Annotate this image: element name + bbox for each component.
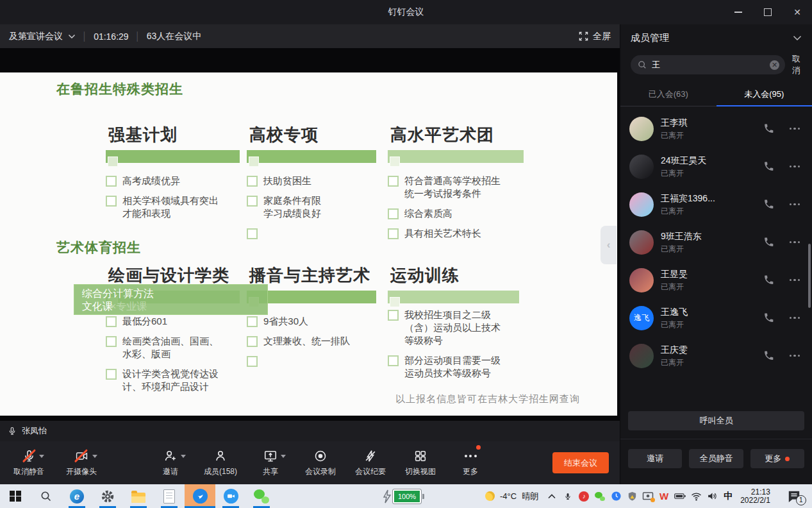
member-row[interactable]: 24班王昊天已离开 xyxy=(620,148,812,185)
taskbar-settings-icon[interactable] xyxy=(92,484,123,508)
slide-column: 高水平艺术团 符合普通高等学校招生 统一考试报考条件 综合素质高 具有相关艺术特… xyxy=(388,124,524,247)
invite-panel-button[interactable]: 邀请 xyxy=(628,449,682,468)
start-button[interactable] xyxy=(0,484,31,508)
taskbar-edge-icon[interactable]: e xyxy=(62,484,92,508)
battery-indicator[interactable]: 100% xyxy=(383,489,424,504)
tray-battery-icon[interactable] xyxy=(674,490,686,503)
phone-call-icon[interactable] xyxy=(763,199,774,210)
member-row[interactable]: 王庆雯已离开 xyxy=(620,337,812,375)
phone-call-icon[interactable] xyxy=(763,275,774,285)
battery-tip xyxy=(422,494,424,499)
member-row[interactable]: 9班王浩东已离开 xyxy=(620,223,812,261)
microphone-icon xyxy=(8,426,17,436)
member-more-icon[interactable] xyxy=(790,279,800,282)
member-row[interactable]: 王福宾1396...已离开 xyxy=(620,185,812,223)
dingtalk-icon xyxy=(193,489,208,504)
chevron-down-icon[interactable] xyxy=(68,34,76,39)
tray-clock-app-icon[interactable] xyxy=(610,490,622,503)
close-button[interactable]: ✕ xyxy=(783,0,812,24)
tray-wechat-icon[interactable] xyxy=(594,490,606,503)
phone-call-icon[interactable] xyxy=(763,161,774,172)
member-more-icon[interactable] xyxy=(790,241,800,244)
tray-wps-icon[interactable]: W xyxy=(658,490,670,503)
caret-down-icon[interactable] xyxy=(281,455,286,458)
scrollbar-thumb[interactable] xyxy=(808,244,811,308)
phone-call-icon[interactable] xyxy=(763,237,774,248)
ime-indicator[interactable]: 中 xyxy=(722,490,734,503)
video-panel-collapse-handle[interactable]: ‹ xyxy=(601,226,617,264)
notification-center-button[interactable]: 1 xyxy=(787,490,801,503)
avatar xyxy=(629,268,654,292)
switch-view-button[interactable]: 切换视图 xyxy=(395,449,445,477)
tray-volume-icon[interactable] xyxy=(706,490,718,503)
fullscreen-button[interactable]: 全屏 xyxy=(579,31,611,42)
tab-joined[interactable]: 已入会(63) xyxy=(620,83,717,106)
tray-security-shield-icon[interactable] xyxy=(626,490,638,503)
members-button[interactable]: 成员(158) xyxy=(195,449,245,477)
member-more-icon[interactable] xyxy=(790,317,800,319)
phone-call-icon[interactable] xyxy=(763,123,774,134)
tab-not-joined[interactable]: 未入会(95) xyxy=(717,83,812,106)
share-screen-icon xyxy=(263,449,278,463)
weather-widget[interactable]: -4°C 晴朗 xyxy=(485,491,538,502)
phone-call-icon[interactable] xyxy=(763,350,774,361)
tray-expand-button[interactable] xyxy=(546,490,558,503)
panel-more-button[interactable]: 更多 xyxy=(750,449,804,468)
end-meeting-button[interactable]: 结束会议 xyxy=(552,452,609,473)
member-more-icon[interactable] xyxy=(790,128,800,130)
search-box[interactable]: ✕ xyxy=(631,55,785,74)
taskbar-clock[interactable]: 21:13 2022/2/1 xyxy=(740,488,770,505)
mute-all-button[interactable]: 全员静音 xyxy=(689,449,743,468)
tray-cast-icon[interactable] xyxy=(642,490,654,503)
member-row[interactable]: 逸飞 王逸飞已离开 xyxy=(620,299,812,337)
slide-footer-note: 以上报名信息皆可在吉林大学招生网查询 xyxy=(395,393,580,405)
taskbar-search-button[interactable] xyxy=(31,484,62,508)
presentation-slide: 在鲁招生特殊类招生 强基计划 高考成绩优异 相关学科领域具有突出 才能和表现 高… xyxy=(0,72,617,416)
member-more-icon[interactable] xyxy=(790,355,800,357)
member-row[interactable]: 王李琪已离开 xyxy=(620,110,812,148)
maximize-button[interactable] xyxy=(753,0,783,24)
clear-search-icon[interactable]: ✕ xyxy=(770,60,779,70)
member-status: 已离开 xyxy=(661,282,684,291)
caret-down-icon[interactable] xyxy=(92,455,97,458)
member-status: 已离开 xyxy=(661,320,684,329)
gear-icon xyxy=(101,489,115,504)
column-bar xyxy=(106,150,240,163)
slide-section1-heading: 在鲁招生特殊类招生 xyxy=(56,80,183,98)
record-button[interactable]: 会议录制 xyxy=(295,449,345,477)
tray-wifi-icon[interactable] xyxy=(690,490,702,503)
taskbar-notepad-icon[interactable] xyxy=(154,484,185,508)
tray-music-icon[interactable]: ♪ xyxy=(578,490,590,503)
more-button[interactable]: 更多 xyxy=(445,449,495,477)
checkbox-icon xyxy=(247,356,258,367)
checkbox-icon xyxy=(106,176,117,187)
share-screen-button[interactable]: 共享 xyxy=(245,449,295,477)
wechat-icon xyxy=(254,489,269,504)
checkbox-item xyxy=(247,355,383,367)
column-title: 高水平艺术团 xyxy=(390,124,524,146)
taskbar-meeting-icon[interactable] xyxy=(215,484,246,508)
member-more-icon[interactable] xyxy=(790,203,800,206)
member-more-icon[interactable] xyxy=(790,165,800,168)
minimize-button[interactable] xyxy=(724,0,753,24)
caret-down-icon[interactable] xyxy=(39,455,44,458)
unmute-button[interactable]: 取消静音 xyxy=(6,449,51,477)
column-title: 强基计划 xyxy=(108,124,242,146)
phone-call-icon[interactable] xyxy=(763,312,774,323)
call-all-button[interactable]: 呼叫全员 xyxy=(628,411,804,430)
meeting-name[interactable]: 及第宣讲会议 xyxy=(9,31,63,42)
minutes-button[interactable]: 会议纪要 xyxy=(345,449,395,477)
checkbox-icon xyxy=(247,176,258,187)
member-row[interactable]: 王昱旻已离开 xyxy=(620,261,812,299)
camera-on-button[interactable]: 开摄像头 xyxy=(56,449,106,477)
taskbar-file-explorer-icon[interactable] xyxy=(123,484,154,508)
taskbar-wechat-icon[interactable] xyxy=(246,484,277,508)
checkbox-icon xyxy=(388,228,399,239)
invite-button[interactable]: 邀请 xyxy=(145,449,195,477)
caret-down-icon[interactable] xyxy=(181,455,186,458)
tray-microphone-icon[interactable] xyxy=(562,490,574,503)
cancel-search-button[interactable]: 取消 xyxy=(792,53,802,76)
chevron-down-icon[interactable] xyxy=(793,35,802,41)
taskbar-dingtalk-icon[interactable] xyxy=(185,484,215,508)
search-input[interactable] xyxy=(650,60,766,71)
